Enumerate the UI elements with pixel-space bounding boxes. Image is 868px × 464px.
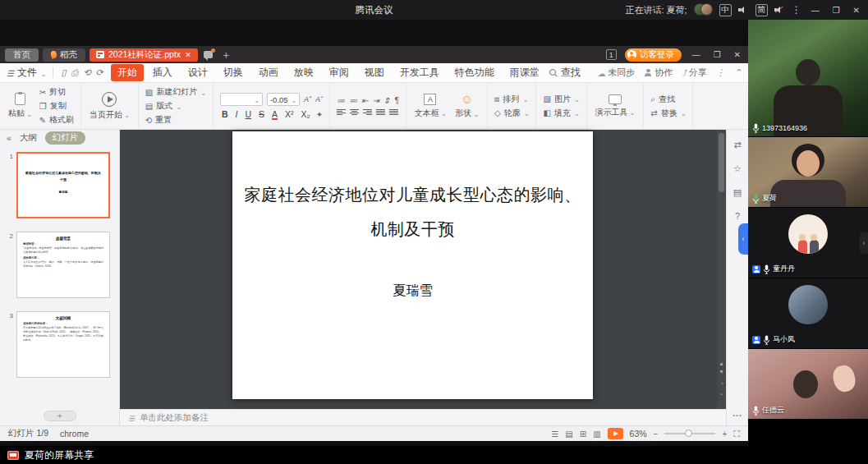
undo-icon[interactable] bbox=[80, 67, 93, 78]
reset-button[interactable]: 重置 bbox=[145, 114, 206, 126]
menu-tab-view[interactable]: 视图 bbox=[358, 64, 391, 81]
menu-tab-rain-classroom[interactable]: 雨课堂 bbox=[503, 64, 546, 81]
line-spacing-icon[interactable]: ⇕ bbox=[383, 96, 390, 105]
tab-document[interactable]: 2021社科论证.pptx✕ bbox=[90, 48, 198, 62]
muted-speaker-icon[interactable] bbox=[774, 5, 785, 15]
zoom-slider-thumb[interactable] bbox=[685, 430, 692, 437]
superscript-button[interactable]: X² bbox=[283, 109, 296, 119]
participant-tile[interactable]: 童丹丹 bbox=[748, 208, 868, 278]
sidebar-collapse-icon[interactable]: « bbox=[7, 133, 11, 143]
play-from-current-button[interactable]: 当页开始 bbox=[88, 92, 131, 121]
decrease-font-icon[interactable] bbox=[315, 95, 323, 103]
align-left-icon[interactable] bbox=[337, 108, 346, 116]
print-icon[interactable] bbox=[69, 67, 81, 78]
message-icon[interactable] bbox=[204, 51, 213, 58]
outline-tab[interactable]: 大纲 bbox=[20, 132, 37, 144]
layout-button[interactable]: 版式 bbox=[145, 100, 206, 112]
tab-home[interactable]: 首页 bbox=[5, 48, 39, 62]
bullets-icon[interactable]: ≔ bbox=[337, 96, 345, 105]
star-icon[interactable] bbox=[733, 163, 742, 174]
normal-view-icon[interactable] bbox=[565, 430, 572, 439]
canvas-scrollbar[interactable] bbox=[717, 130, 726, 409]
switch-panel-icon[interactable] bbox=[733, 140, 741, 150]
tab-docer[interactable]: 稻壳 bbox=[43, 48, 85, 62]
close-button[interactable]: ✕ bbox=[850, 6, 863, 15]
new-document-icon[interactable] bbox=[59, 67, 69, 78]
speaker-icon[interactable] bbox=[738, 5, 749, 15]
notes-placeholder[interactable]: 单击此处添加备注 bbox=[140, 412, 209, 424]
add-slide-button[interactable]: ＋ bbox=[44, 411, 76, 421]
outline-button[interactable]: 轮廓 bbox=[494, 108, 529, 119]
subscript-button[interactable]: X₂ bbox=[300, 109, 312, 119]
share-button[interactable]: 分享 bbox=[682, 67, 707, 79]
participant-tile-speaking[interactable]: 夏荷 bbox=[748, 137, 868, 207]
help-icon[interactable] bbox=[735, 211, 740, 221]
text-direction-icon[interactable]: ¶ bbox=[394, 96, 398, 105]
menu-tab-animation[interactable]: 动画 bbox=[252, 64, 285, 81]
panel-collapse-arrow[interactable] bbox=[860, 232, 868, 254]
numbering-icon[interactable]: ≕ bbox=[349, 96, 357, 105]
notes-bar[interactable]: 单击此处添加备注 bbox=[120, 409, 726, 425]
more-menu-icon[interactable] bbox=[716, 67, 725, 78]
menu-tab-review[interactable]: 审阅 bbox=[323, 64, 356, 81]
current-slide[interactable]: 家庭社会经济地位对儿童成长型心态的影响、 机制及干预 夏瑞雪 bbox=[232, 131, 593, 399]
caption-language-badge[interactable]: 简 bbox=[755, 4, 768, 16]
shapes-button[interactable]: 形状 bbox=[453, 93, 480, 119]
redo-icon[interactable] bbox=[94, 67, 106, 78]
slide-sorter-icon[interactable] bbox=[580, 430, 586, 439]
menu-tab-start[interactable]: 开始 bbox=[111, 64, 144, 81]
collapse-ribbon-icon[interactable] bbox=[734, 67, 742, 78]
sync-status[interactable]: 未同步 bbox=[597, 67, 635, 79]
scrollbar-thumb[interactable] bbox=[719, 133, 724, 192]
cut-button[interactable]: 剪切 bbox=[39, 86, 74, 98]
increase-font-icon[interactable] bbox=[304, 95, 311, 103]
find-menu[interactable]: 查找 bbox=[549, 66, 581, 80]
format-painter-button[interactable]: 格式刷 bbox=[39, 114, 74, 126]
decrease-indent-icon[interactable]: ⇤ bbox=[361, 96, 368, 105]
scroll-down-icon[interactable] bbox=[717, 369, 726, 374]
participant-tile[interactable]: 任德云 bbox=[748, 349, 868, 419]
wps-restore-button[interactable]: ❐ bbox=[711, 50, 723, 59]
menu-tab-devtools[interactable]: 开发工具 bbox=[393, 64, 446, 81]
new-slide-button[interactable]: 新建幻灯片 bbox=[145, 86, 206, 98]
copy-button[interactable]: 复制 bbox=[39, 100, 74, 112]
replace-button[interactable]: 替换 bbox=[650, 108, 686, 119]
arrange-button[interactable]: 排列 bbox=[494, 94, 529, 105]
italic-button[interactable]: I bbox=[234, 109, 240, 119]
font-color-button[interactable]: A bbox=[270, 109, 279, 119]
paste-button[interactable]: 粘贴 bbox=[7, 93, 34, 119]
slideshow-play-button[interactable] bbox=[608, 428, 623, 439]
scroll-up-icon[interactable] bbox=[717, 361, 726, 366]
window-count-badge[interactable]: 1 bbox=[606, 49, 617, 60]
wps-close-button[interactable]: ✕ bbox=[732, 50, 743, 59]
collaborate-button[interactable]: 协作 bbox=[644, 67, 673, 79]
wps-minimize-button[interactable]: — bbox=[690, 50, 703, 59]
underline-button[interactable]: U bbox=[243, 109, 253, 119]
bold-button[interactable]: B bbox=[220, 109, 230, 119]
guest-login-button[interactable]: 访客登录 bbox=[625, 48, 682, 62]
slide-canvas[interactable]: 家庭社会经济地位对儿童成长型心态的影响、 机制及干预 夏瑞雪 bbox=[120, 130, 726, 409]
participant-tile[interactable]: 马小凤 bbox=[748, 278, 868, 348]
font-family-select[interactable] bbox=[220, 93, 263, 106]
menu-tab-special-features[interactable]: 特色功能 bbox=[448, 64, 501, 81]
picture-button[interactable]: 图片 bbox=[543, 94, 579, 105]
task-pane-icon[interactable] bbox=[733, 187, 742, 198]
align-right-icon[interactable] bbox=[363, 108, 372, 116]
minimize-button[interactable]: — bbox=[808, 6, 823, 15]
increase-indent-icon[interactable]: ⇥ bbox=[372, 96, 379, 105]
fit-slide-icon[interactable] bbox=[733, 429, 740, 439]
font-size-select[interactable]: -0.05 bbox=[267, 93, 300, 106]
slide-thumbnail-2[interactable]: 选题背景 精准扶贫： “治贫先治愚、扶贫先扶智、脱贫必先脱志”的障碍。关注贫困家… bbox=[16, 232, 110, 298]
zoom-slider[interactable] bbox=[664, 433, 715, 434]
menu-tab-slideshow[interactable]: 放映 bbox=[287, 64, 320, 81]
more-tools-icon[interactable] bbox=[733, 411, 742, 419]
next-slide-icon[interactable] bbox=[717, 390, 726, 396]
text-effects-icon[interactable] bbox=[316, 110, 323, 119]
file-menu[interactable]: 文件 bbox=[7, 66, 47, 80]
align-distribute-icon[interactable] bbox=[389, 108, 398, 116]
zoom-out-icon[interactable] bbox=[654, 430, 659, 439]
find-button[interactable]: 查找 bbox=[650, 94, 686, 105]
reading-view-icon[interactable] bbox=[593, 430, 600, 439]
strikethrough-button[interactable]: S bbox=[257, 109, 266, 119]
expand-pane-tab[interactable] bbox=[738, 223, 748, 255]
